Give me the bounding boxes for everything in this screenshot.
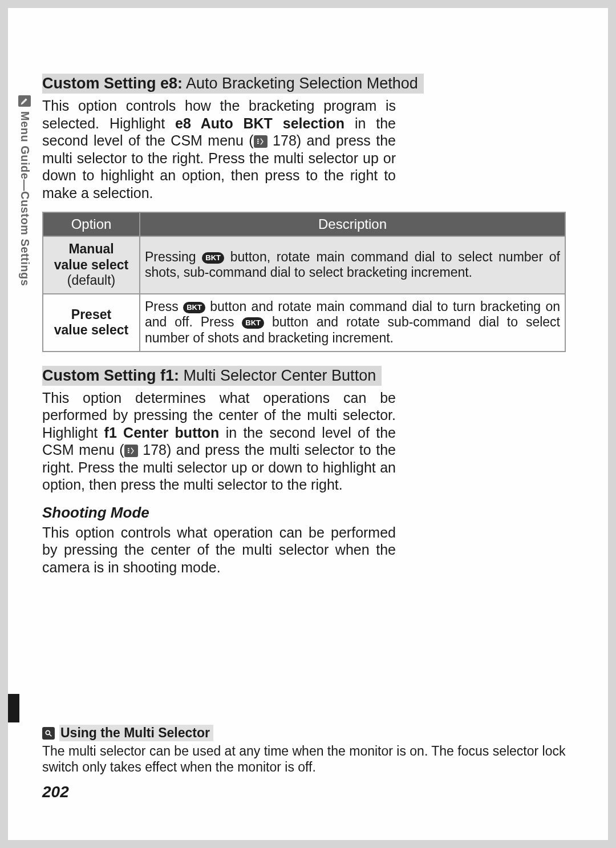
tab-marker (8, 694, 19, 722)
f1-para-bold: f1 Center button (104, 425, 220, 441)
bkt-icon: BKT (242, 317, 264, 329)
svg-line-7 (50, 734, 52, 736)
footer-tip-body: The multi selector can be used at any ti… (42, 744, 590, 775)
footer-tip-block: Using the Multi Selector The multi selec… (42, 725, 590, 775)
svg-point-6 (46, 730, 50, 734)
page-content: Custom Setting e8: Auto Bracketing Selec… (42, 74, 584, 586)
opt-line: (default) (67, 273, 115, 288)
footer-tip-title: Using the Multi Selector (59, 725, 213, 741)
svg-rect-4 (128, 450, 129, 451)
e8-para-bold: e8 Auto BKT selection (175, 115, 345, 131)
th-option: Option (43, 212, 140, 236)
e8-paragraph: This option controls how the bracketing … (42, 97, 396, 201)
th-description: Description (140, 212, 565, 236)
opt-line: Manual (68, 241, 114, 256)
svg-rect-1 (257, 141, 259, 142)
sidebar-label: Menu Guide—Custom Settings (18, 110, 31, 286)
svg-rect-3 (128, 449, 129, 450)
menu-icon (254, 135, 268, 148)
pencil-icon (18, 95, 31, 107)
heading-f1-bold: Custom Setting f1: (42, 367, 179, 384)
bkt-icon: BKT (183, 302, 205, 313)
menu-icon (124, 445, 138, 457)
opt-line: Preset (71, 307, 111, 322)
table-row: Manual value select (default) Pressing B… (43, 236, 565, 294)
page-number: 202 (42, 783, 69, 801)
shooting-mode-heading: Shooting Mode (42, 504, 584, 522)
opt-line: value select (54, 322, 128, 337)
desc-a: Press (145, 299, 183, 314)
option-cell: Preset value select (43, 294, 140, 352)
options-table: Option Description Manual value select (… (42, 212, 566, 352)
shooting-mode-paragraph: This option controls what operation can … (42, 524, 396, 576)
table-header-row: Option Description (43, 212, 565, 236)
magnifier-icon (42, 727, 55, 740)
heading-e8-bold: Custom Setting e8: (42, 75, 183, 92)
opt-line: value select (54, 257, 128, 272)
option-cell: Manual value select (default) (43, 236, 140, 294)
desc-cell: Pressing BKT button, rotate main command… (140, 236, 565, 294)
svg-rect-2 (257, 143, 259, 144)
bkt-icon: BKT (202, 252, 224, 264)
table-row: Preset value select Press BKT button and… (43, 294, 565, 352)
desc-cell: Press BKT button and rotate main command… (140, 294, 565, 352)
f1-paragraph: This option determines what operations c… (42, 389, 396, 494)
desc-a: Pressing (145, 249, 202, 264)
heading-e8: Custom Setting e8: Auto Bracketing Selec… (42, 74, 424, 94)
heading-e8-rest: Auto Bracketing Selection Method (183, 75, 418, 92)
heading-f1-rest: Multi Selector Center Button (179, 367, 376, 384)
heading-f1: Custom Setting f1: Multi Selector Center… (42, 366, 382, 386)
manual-page: Menu Guide—Custom Settings Custom Settin… (8, 8, 608, 840)
sidebar: Menu Guide—Custom Settings (18, 95, 34, 286)
svg-rect-0 (257, 139, 259, 140)
svg-rect-5 (128, 452, 129, 453)
